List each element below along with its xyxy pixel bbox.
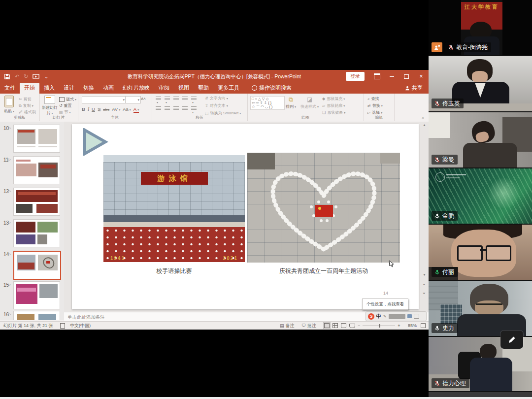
- scroll-up-icon[interactable]: ▲: [423, 123, 426, 128]
- tab-transitions[interactable]: 切换: [79, 83, 99, 94]
- character-spacing-button[interactable]: AV: [112, 106, 120, 112]
- scroll-down-icon[interactable]: ▼: [423, 272, 426, 277]
- tab-insert[interactable]: 插入: [39, 83, 59, 94]
- align-center-icon[interactable]: [165, 106, 170, 111]
- tab-design[interactable]: 设计: [59, 83, 79, 94]
- restore-button[interactable]: [399, 70, 414, 83]
- numbering-icon[interactable]: [165, 97, 170, 101]
- shapes-gallery[interactable]: □○△▽◇ ⇦⇨⇧⇩{} ☆⌒◠◡(): [250, 96, 285, 110]
- annotation-pen-button[interactable]: [500, 331, 523, 349]
- shape-fill-button[interactable]: ◆形状填充: [322, 96, 345, 101]
- new-slide-button[interactable]: 新建幻灯片: [42, 96, 57, 116]
- zoom-in-icon[interactable]: +: [398, 323, 400, 328]
- format-painter-button[interactable]: 🖉格式刷: [19, 109, 36, 115]
- participant-tile[interactable]: 梁曼: [429, 112, 532, 167]
- ime-toolbar[interactable]: S 中 ✎: [366, 311, 427, 321]
- fit-to-window-icon[interactable]: [421, 322, 426, 330]
- comments-toggle[interactable]: 🗩批注: [301, 322, 316, 330]
- slide-thumbnail-13[interactable]: [13, 219, 60, 247]
- slide-thumbnail-16[interactable]: [13, 311, 60, 320]
- tab-review[interactable]: 审阅: [154, 83, 174, 94]
- zoom-percentage[interactable]: 85%: [408, 322, 417, 330]
- slideshow-from-start-icon[interactable]: [33, 74, 39, 79]
- vertical-scrollbar[interactable]: ▲ ▼ ⏶ ⏷: [422, 122, 428, 312]
- ime-keyboard-icon[interactable]: [414, 314, 419, 319]
- change-case-button[interactable]: Aa: [123, 106, 131, 112]
- tab-file[interactable]: 文件: [0, 83, 20, 94]
- close-button[interactable]: ×: [414, 70, 429, 83]
- paste-button[interactable]: 粘贴: [4, 96, 14, 114]
- text-direction-button[interactable]: ⇵文字方向: [205, 96, 228, 101]
- ime-pen-icon[interactable]: ✎: [383, 314, 387, 319]
- slide-thumbnail-15[interactable]: [13, 281, 60, 309]
- underline-button[interactable]: U: [92, 106, 95, 112]
- copy-button[interactable]: ⧉复制: [19, 103, 33, 108]
- ime-tooltip[interactable]: 个性设置，点我查看: [362, 299, 408, 310]
- zoom-out-icon[interactable]: −: [358, 323, 360, 328]
- shape-outline-button[interactable]: ▱形状轮廓: [322, 103, 345, 108]
- participant-tile[interactable]: 金鹏: [429, 168, 532, 224]
- font-name-select[interactable]: ▾: [82, 96, 126, 103]
- minimize-button[interactable]: [384, 70, 399, 83]
- font-color-button[interactable]: A: [133, 107, 139, 113]
- italic-button[interactable]: I: [88, 107, 89, 112]
- slide-thumbnail-12[interactable]: [13, 188, 60, 216]
- participant-tile[interactable]: 佟玉英: [429, 56, 532, 111]
- tell-me-search[interactable]: 操作说明搜索: [252, 84, 292, 94]
- align-left-icon[interactable]: [156, 106, 161, 111]
- grow-font-icon[interactable]: A˄: [141, 97, 146, 101]
- normal-view-button[interactable]: [323, 322, 331, 329]
- decrease-indent-icon[interactable]: [173, 97, 179, 101]
- layout-button[interactable]: 版式: [59, 97, 76, 102]
- find-button[interactable]: ⌕查找: [367, 96, 379, 101]
- current-slide[interactable]: 游泳馆 1941 2021: [72, 124, 419, 309]
- save-icon[interactable]: [4, 73, 10, 80]
- redo-icon[interactable]: ↻: [24, 73, 28, 80]
- ime-mode-indicator[interactable]: 中: [376, 313, 381, 320]
- tab-home[interactable]: 开始: [20, 83, 39, 94]
- sign-in-button[interactable]: 登录: [346, 72, 365, 81]
- share-button[interactable]: 共享: [405, 84, 429, 94]
- language-indicator[interactable]: 中文(中国): [70, 322, 91, 330]
- increase-indent-icon[interactable]: [182, 97, 188, 101]
- slideshow-view-button[interactable]: [348, 322, 356, 329]
- reading-view-button[interactable]: [340, 322, 347, 329]
- collapse-ribbon-icon[interactable]: ˄: [422, 116, 424, 120]
- justify-icon[interactable]: [182, 106, 188, 111]
- slide-sorter-view-button[interactable]: [332, 322, 339, 329]
- replace-button[interactable]: ⇄替换: [367, 103, 383, 108]
- tab-animations[interactable]: 动画: [99, 83, 118, 94]
- align-text-button[interactable]: ⇳对齐文本: [205, 103, 228, 108]
- participant-tile[interactable]: 史力: [429, 281, 532, 336]
- section-button[interactable]: ▤节: [59, 109, 71, 115]
- bullets-icon[interactable]: [156, 97, 161, 101]
- participant-tile-active-speaker[interactable]: 付丽: [429, 225, 532, 280]
- undo-icon[interactable]: ↶: [15, 73, 19, 80]
- strikethrough-button[interactable]: abc: [103, 107, 109, 112]
- line-spacing-icon[interactable]: [191, 97, 197, 101]
- tab-help[interactable]: 帮助: [194, 83, 213, 94]
- tab-more-tools[interactable]: 更多工具: [213, 83, 244, 94]
- ime-toolbox-icon[interactable]: [407, 314, 412, 318]
- slide-thumbnail-14-selected[interactable]: [13, 251, 61, 280]
- cut-button[interactable]: ✂剪切: [19, 97, 32, 102]
- sogou-logo-icon[interactable]: S: [368, 313, 374, 320]
- spell-check-icon[interactable]: [60, 322, 65, 330]
- participant-tile[interactable]: 江大学教育 教育-闵诗尧: [429, 0, 532, 55]
- ime-skin-box[interactable]: [389, 314, 405, 319]
- reset-button[interactable]: ↺重置: [59, 103, 72, 108]
- customize-qat-icon[interactable]: ⌄: [44, 73, 48, 80]
- text-shadow-button[interactable]: S: [98, 106, 100, 112]
- tab-slideshow[interactable]: 幻灯片放映: [118, 83, 154, 94]
- previous-slide-icon[interactable]: ⏶: [423, 282, 426, 287]
- next-slide-icon[interactable]: ⏷: [423, 291, 426, 296]
- ribbon-display-options-icon[interactable]: [369, 70, 384, 83]
- photo-youth-league-heart[interactable]: [247, 153, 400, 263]
- align-right-icon[interactable]: [173, 106, 179, 111]
- font-size-select[interactable]: ▾: [125, 96, 141, 103]
- columns-icon[interactable]: [191, 106, 197, 111]
- quick-styles-button[interactable]: ◪ 快速样式: [300, 96, 319, 109]
- slide-thumbnail-11[interactable]: [13, 156, 60, 184]
- tab-view[interactable]: 视图: [174, 83, 194, 94]
- photo-sign-language-contest[interactable]: 游泳馆 1941 2021: [103, 155, 245, 262]
